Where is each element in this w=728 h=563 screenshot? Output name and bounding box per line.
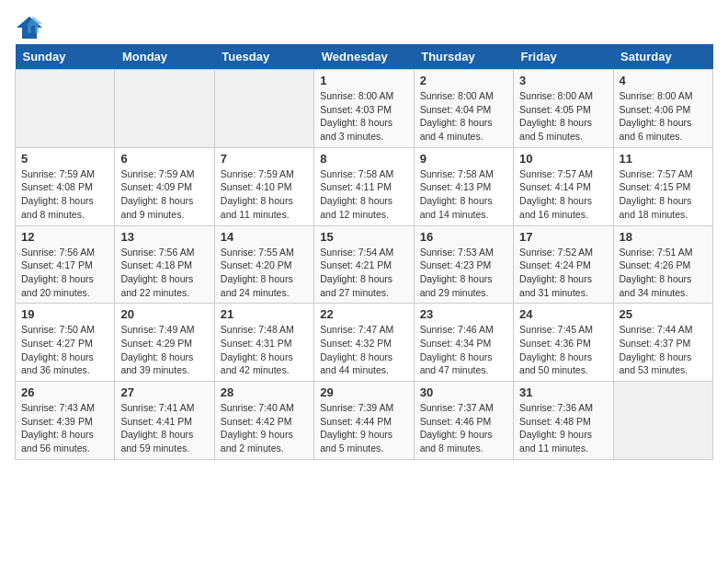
day-header-thursday: Thursday [414, 44, 513, 70]
day-number: 9 [420, 152, 507, 166]
day-info: Sunrise: 7:58 AM Sunset: 4:11 PM Dayligh… [320, 167, 407, 222]
day-number: 26 [21, 385, 108, 399]
day-number: 3 [519, 74, 607, 87]
day-number: 13 [120, 230, 208, 244]
calendar-cell: 29Sunrise: 7:39 AM Sunset: 4:44 PM Dayli… [314, 382, 414, 460]
calendar-cell: 28Sunrise: 7:40 AM Sunset: 4:42 PM Dayli… [214, 382, 313, 460]
day-number: 29 [320, 385, 407, 399]
day-info: Sunrise: 7:49 AM Sunset: 4:29 PM Dayligh… [120, 323, 208, 377]
day-number: 10 [519, 152, 607, 166]
day-number: 24 [519, 307, 607, 321]
day-number: 2 [420, 74, 507, 87]
day-number: 16 [420, 230, 507, 244]
calendar-cell: 9Sunrise: 7:58 AM Sunset: 4:13 PM Daylig… [414, 147, 513, 225]
day-info: Sunrise: 7:46 AM Sunset: 4:34 PM Dayligh… [420, 323, 507, 377]
day-info: Sunrise: 7:53 AM Sunset: 4:23 PM Dayligh… [420, 246, 507, 300]
calendar-cell: 25Sunrise: 7:44 AM Sunset: 4:37 PM Dayli… [613, 304, 712, 382]
calendar-cell: 1Sunrise: 8:00 AM Sunset: 4:03 PM Daylig… [314, 70, 414, 148]
day-number: 21 [221, 307, 308, 321]
calendar-cell: 12Sunrise: 7:56 AM Sunset: 4:17 PM Dayli… [16, 225, 115, 304]
page-header [15, 15, 713, 33]
day-info: Sunrise: 7:58 AM Sunset: 4:13 PM Dayligh… [420, 167, 507, 222]
calendar-cell [115, 70, 214, 148]
day-header-monday: Monday [115, 44, 214, 70]
calendar-cell: 19Sunrise: 7:50 AM Sunset: 4:27 PM Dayli… [16, 304, 115, 382]
day-number: 5 [21, 152, 108, 166]
day-info: Sunrise: 8:00 AM Sunset: 4:06 PM Dayligh… [620, 89, 707, 144]
day-number: 11 [620, 152, 707, 166]
calendar-cell: 14Sunrise: 7:55 AM Sunset: 4:20 PM Dayli… [214, 225, 313, 304]
calendar-cell: 13Sunrise: 7:56 AM Sunset: 4:18 PM Dayli… [115, 225, 214, 304]
day-info: Sunrise: 7:41 AM Sunset: 4:41 PM Dayligh… [120, 401, 208, 455]
calendar-cell: 11Sunrise: 7:57 AM Sunset: 4:15 PM Dayli… [613, 147, 712, 225]
calendar-cell: 20Sunrise: 7:49 AM Sunset: 4:29 PM Dayli… [115, 304, 214, 382]
day-info: Sunrise: 7:57 AM Sunset: 4:15 PM Dayligh… [620, 167, 707, 222]
day-info: Sunrise: 8:00 AM Sunset: 4:05 PM Dayligh… [519, 89, 607, 144]
week-row-3: 12Sunrise: 7:56 AM Sunset: 4:17 PM Dayli… [16, 225, 713, 304]
day-info: Sunrise: 7:43 AM Sunset: 4:39 PM Dayligh… [21, 401, 108, 455]
day-info: Sunrise: 7:37 AM Sunset: 4:46 PM Dayligh… [420, 401, 507, 455]
day-number: 14 [221, 230, 308, 244]
calendar-cell: 18Sunrise: 7:51 AM Sunset: 4:26 PM Dayli… [613, 225, 712, 304]
day-number: 6 [120, 152, 208, 166]
day-info: Sunrise: 7:36 AM Sunset: 4:48 PM Dayligh… [519, 401, 607, 455]
day-number: 18 [620, 230, 707, 244]
calendar-cell: 2Sunrise: 8:00 AM Sunset: 4:04 PM Daylig… [414, 70, 513, 148]
day-number: 25 [620, 307, 707, 321]
calendar-cell: 17Sunrise: 7:52 AM Sunset: 4:24 PM Dayli… [514, 225, 613, 304]
day-info: Sunrise: 7:57 AM Sunset: 4:14 PM Dayligh… [519, 167, 607, 222]
week-row-1: 1Sunrise: 8:00 AM Sunset: 4:03 PM Daylig… [16, 70, 713, 148]
day-info: Sunrise: 7:40 AM Sunset: 4:42 PM Dayligh… [221, 401, 308, 455]
day-number: 8 [320, 152, 407, 166]
calendar-cell: 4Sunrise: 8:00 AM Sunset: 4:06 PM Daylig… [613, 70, 712, 148]
calendar-cell: 6Sunrise: 7:59 AM Sunset: 4:09 PM Daylig… [115, 147, 214, 225]
logo-icon [15, 15, 37, 33]
day-header-friday: Friday [514, 44, 613, 70]
calendar-cell [613, 382, 712, 460]
day-number: 20 [120, 307, 208, 321]
day-number: 19 [21, 307, 108, 321]
week-row-5: 26Sunrise: 7:43 AM Sunset: 4:39 PM Dayli… [16, 382, 713, 460]
day-info: Sunrise: 7:52 AM Sunset: 4:24 PM Dayligh… [519, 246, 607, 300]
week-row-4: 19Sunrise: 7:50 AM Sunset: 4:27 PM Dayli… [16, 304, 713, 382]
day-info: Sunrise: 7:56 AM Sunset: 4:18 PM Dayligh… [120, 246, 208, 300]
calendar-cell: 30Sunrise: 7:37 AM Sunset: 4:46 PM Dayli… [414, 382, 513, 460]
day-header-wednesday: Wednesday [314, 44, 414, 70]
day-header-tuesday: Tuesday [214, 44, 313, 70]
calendar-cell: 10Sunrise: 7:57 AM Sunset: 4:14 PM Dayli… [514, 147, 613, 225]
calendar-cell: 16Sunrise: 7:53 AM Sunset: 4:23 PM Dayli… [414, 225, 513, 304]
calendar-cell: 21Sunrise: 7:48 AM Sunset: 4:31 PM Dayli… [214, 304, 313, 382]
calendar-table: SundayMondayTuesdayWednesdayThursdayFrid… [15, 44, 713, 460]
day-info: Sunrise: 7:48 AM Sunset: 4:31 PM Dayligh… [221, 323, 308, 377]
day-info: Sunrise: 7:59 AM Sunset: 4:10 PM Dayligh… [221, 167, 308, 222]
day-info: Sunrise: 7:44 AM Sunset: 4:37 PM Dayligh… [620, 323, 707, 377]
day-info: Sunrise: 7:47 AM Sunset: 4:32 PM Dayligh… [320, 323, 407, 377]
calendar-cell: 15Sunrise: 7:54 AM Sunset: 4:21 PM Dayli… [314, 225, 414, 304]
calendar-cell: 27Sunrise: 7:41 AM Sunset: 4:41 PM Dayli… [115, 382, 214, 460]
day-number: 17 [519, 230, 607, 244]
day-header-sunday: Sunday [16, 44, 115, 70]
day-number: 1 [320, 74, 407, 87]
calendar-cell: 23Sunrise: 7:46 AM Sunset: 4:34 PM Dayli… [414, 304, 513, 382]
day-info: Sunrise: 7:45 AM Sunset: 4:36 PM Dayligh… [519, 323, 607, 377]
day-number: 12 [21, 230, 108, 244]
day-info: Sunrise: 8:00 AM Sunset: 4:03 PM Dayligh… [320, 89, 407, 144]
calendar-cell: 24Sunrise: 7:45 AM Sunset: 4:36 PM Dayli… [514, 304, 613, 382]
day-number: 4 [620, 74, 707, 87]
day-info: Sunrise: 8:00 AM Sunset: 4:04 PM Dayligh… [420, 89, 507, 144]
calendar-cell [214, 70, 313, 148]
day-number: 7 [221, 152, 308, 166]
day-info: Sunrise: 7:59 AM Sunset: 4:09 PM Dayligh… [120, 167, 208, 222]
week-row-2: 5Sunrise: 7:59 AM Sunset: 4:08 PM Daylig… [16, 147, 713, 225]
day-number: 28 [221, 385, 308, 399]
day-info: Sunrise: 7:51 AM Sunset: 4:26 PM Dayligh… [620, 246, 707, 300]
calendar-cell: 3Sunrise: 8:00 AM Sunset: 4:05 PM Daylig… [514, 70, 613, 148]
calendar-cell: 31Sunrise: 7:36 AM Sunset: 4:48 PM Dayli… [514, 382, 613, 460]
day-info: Sunrise: 7:50 AM Sunset: 4:27 PM Dayligh… [21, 323, 108, 377]
calendar-cell: 22Sunrise: 7:47 AM Sunset: 4:32 PM Dayli… [314, 304, 414, 382]
day-number: 27 [120, 385, 208, 399]
calendar-cell: 8Sunrise: 7:58 AM Sunset: 4:11 PM Daylig… [314, 147, 414, 225]
day-header-saturday: Saturday [613, 44, 712, 70]
day-info: Sunrise: 7:55 AM Sunset: 4:20 PM Dayligh… [221, 246, 308, 300]
calendar-cell [16, 70, 115, 148]
